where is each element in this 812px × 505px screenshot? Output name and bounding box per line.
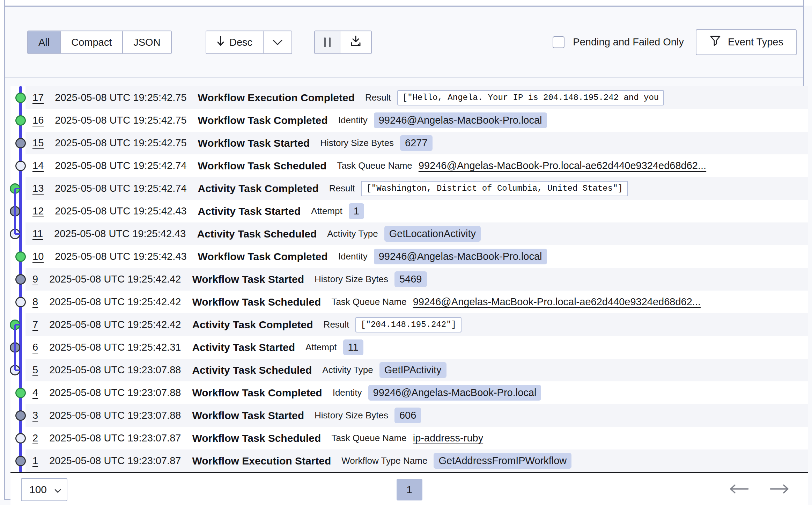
pause-updates-button[interactable] — [315, 31, 340, 53]
event-detail-badge: GetIPActivity — [379, 362, 446, 378]
event-id-link[interactable]: 10 — [32, 251, 44, 262]
event-detail-label: Result — [324, 319, 349, 330]
event-row[interactable]: 2 2025-05-08 UTC 19:23:07.87 Workflow Ta… — [10, 427, 808, 449]
event-id-link[interactable]: 6 — [32, 342, 38, 353]
event-detail-label: Task Queue Name — [331, 433, 406, 444]
event-row[interactable]: 17 2025-05-08 UTC 19:25:42.75 Workflow E… — [10, 86, 808, 109]
event-detail-label: History Size Bytes — [315, 410, 388, 421]
event-id-link[interactable]: 16 — [32, 115, 44, 126]
event-id-link[interactable]: 1 — [32, 455, 38, 467]
sort-options-expand-button[interactable] — [263, 31, 291, 53]
event-row[interactable]: 6 2025-05-08 UTC 19:25:42.31 Activity Ta… — [10, 336, 808, 359]
event-detail-badge: 5469 — [394, 271, 427, 287]
event-detail-label: Workflow Type Name — [341, 455, 427, 466]
arrow-right-icon[interactable] — [768, 484, 791, 496]
event-types-filter-button[interactable]: Event Types — [696, 29, 797, 55]
sort-order-button[interactable]: Desc — [206, 31, 263, 53]
event-detail-label: Task Queue Name — [337, 160, 412, 171]
event-detail-code: ["204.148.195.242"] — [355, 317, 462, 332]
event-name: Workflow Task Scheduled — [192, 432, 321, 444]
event-name: Activity Task Started — [192, 342, 295, 353]
event-detail-label: Identity — [338, 115, 368, 126]
event-types-label: Event Types — [728, 36, 783, 48]
event-row[interactable]: 1 2025-05-08 UTC 19:23:07.87 Workflow Ex… — [10, 449, 808, 472]
event-id-link[interactable]: 9 — [32, 273, 38, 285]
event-timestamp: 2025-05-08 UTC 19:25:42.42 — [49, 319, 181, 330]
event-row[interactable]: 4 2025-05-08 UTC 19:23:07.88 Workflow Ta… — [10, 381, 808, 404]
event-list: 17 2025-05-08 UTC 19:25:42.75 Workflow E… — [10, 86, 808, 473]
event-row[interactable]: 12 2025-05-08 UTC 19:25:42.43 Activity T… — [10, 200, 808, 222]
event-timestamp: 2025-05-08 UTC 19:25:42.74 — [55, 183, 186, 194]
event-name: Workflow Task Scheduled — [192, 296, 321, 308]
event-name: Workflow Task Started — [198, 137, 310, 149]
event-detail-badge: 99246@Angelas-MacBook-Pro.local — [368, 385, 541, 400]
event-row[interactable]: 3 2025-05-08 UTC 19:23:07.88 Workflow Ta… — [10, 404, 808, 427]
event-id-link[interactable]: 12 — [32, 205, 44, 217]
arrow-left-icon[interactable] — [728, 484, 750, 496]
event-row[interactable]: 7 2025-05-08 UTC 19:25:42.42 Activity Ta… — [10, 313, 808, 336]
event-row[interactable]: 13 2025-05-08 UTC 19:25:42.74 Activity T… — [10, 177, 808, 200]
pause-icon — [324, 37, 331, 47]
event-detail-link[interactable]: 99246@Angelas-MacBook-Pro.local-ae62d440… — [413, 296, 701, 308]
event-id-link[interactable]: 7 — [32, 319, 38, 330]
event-id-link[interactable]: 17 — [32, 92, 44, 103]
event-name: Activity Task Completed — [198, 183, 319, 195]
panel-border-cap-left — [4, 0, 5, 6]
event-name: Workflow Task Completed — [192, 387, 322, 399]
event-detail-badge: 99246@Angelas-MacBook-Pro.local — [374, 249, 547, 264]
event-id-link[interactable]: 3 — [32, 410, 38, 421]
event-detail-badge: 1 — [349, 203, 364, 219]
event-detail-label: Activity Type — [327, 228, 378, 239]
event-name: Workflow Execution Started — [192, 455, 331, 467]
toolbar-filters: Pending and Failed Only Event Types — [553, 29, 797, 55]
event-detail-label: Task Queue Name — [331, 297, 406, 307]
sort-order-control: Desc — [206, 30, 292, 54]
event-row[interactable]: 15 2025-05-08 UTC 19:25:42.75 Workflow T… — [10, 132, 808, 154]
event-name: Activity Task Scheduled — [197, 228, 317, 240]
download-icon — [349, 35, 362, 50]
page-size-select[interactable]: 100 — [21, 478, 67, 501]
download-history-button[interactable] — [340, 31, 371, 53]
event-row[interactable]: 14 2025-05-08 UTC 19:25:42.74 Workflow T… — [10, 154, 808, 177]
arrow-down-icon — [217, 35, 224, 49]
event-detail-label: Result — [365, 92, 391, 103]
event-name: Workflow Task Completed — [198, 251, 328, 263]
pagination-bar: 100 1 — [10, 473, 808, 505]
event-row[interactable]: 8 2025-05-08 UTC 19:25:42.42 Workflow Ta… — [10, 291, 808, 313]
pending-failed-filter: Pending and Failed Only — [553, 36, 684, 48]
event-id-link[interactable]: 2 — [32, 432, 38, 444]
event-row[interactable]: 9 2025-05-08 UTC 19:25:42.42 Workflow Ta… — [10, 268, 808, 291]
chevron-down-icon — [273, 36, 282, 48]
event-id-link[interactable]: 14 — [32, 160, 44, 171]
event-id-link[interactable]: 15 — [32, 137, 44, 149]
event-detail-badge: GetAddressFromIPWorkflow — [434, 453, 571, 468]
current-page-button[interactable]: 1 — [397, 479, 422, 500]
event-name: Workflow Task Started — [192, 273, 304, 285]
event-id-link[interactable]: 5 — [32, 364, 38, 376]
event-detail-badge: 99246@Angelas-MacBook-Pro.local — [374, 112, 547, 128]
event-detail-label: Result — [329, 183, 355, 194]
event-name: Activity Task Started — [198, 205, 301, 217]
event-name: Activity Task Completed — [192, 319, 313, 331]
pending-failed-checkbox[interactable] — [553, 36, 564, 48]
event-id-link[interactable]: 8 — [32, 296, 38, 308]
sort-order-label: Desc — [229, 36, 252, 48]
event-name: Workflow Task Completed — [198, 115, 328, 126]
event-id-link[interactable]: 4 — [32, 387, 38, 398]
event-id-link[interactable]: 11 — [32, 228, 43, 240]
event-timestamp: 2025-05-08 UTC 19:23:07.88 — [49, 387, 181, 398]
event-detail-link[interactable]: ip-address-ruby — [413, 432, 483, 444]
event-row[interactable]: 16 2025-05-08 UTC 19:25:42.75 Workflow T… — [10, 109, 808, 132]
event-row[interactable]: 10 2025-05-08 UTC 19:25:42.43 Workflow T… — [10, 245, 808, 268]
view-mode-compact-button[interactable]: Compact — [60, 31, 122, 53]
panel-border-cap-right — [803, 0, 804, 6]
view-mode-toggle: All Compact JSON — [27, 30, 172, 54]
view-mode-json-button[interactable]: JSON — [122, 31, 171, 53]
view-mode-all-button[interactable]: All — [28, 31, 60, 53]
event-detail-link[interactable]: 99246@Angelas-MacBook-Pro.local-ae62d440… — [419, 160, 706, 171]
event-row[interactable]: 11 2025-05-08 UTC 19:25:42.43 Activity T… — [10, 222, 808, 245]
event-id-link[interactable]: 13 — [32, 183, 44, 194]
event-row[interactable]: 5 2025-05-08 UTC 19:23:07.88 Activity Ta… — [10, 359, 808, 381]
pending-failed-label: Pending and Failed Only — [573, 36, 684, 48]
event-timestamp: 2025-05-08 UTC 19:25:42.31 — [49, 342, 181, 353]
